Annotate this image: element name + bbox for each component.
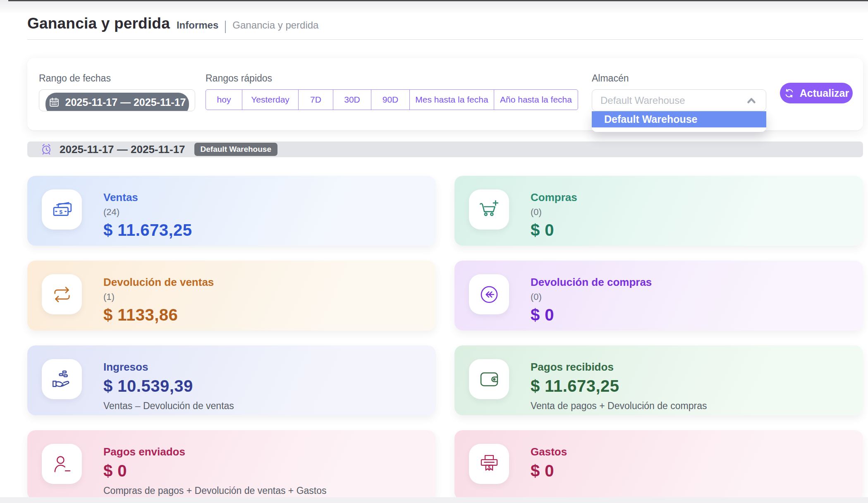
warehouse-label: Almacén [592,73,766,84]
date-range-value: 2025-11-17 — 2025-11-17 [65,96,186,108]
card-body: Pagos recibidos $ 11.673,25 Venta de pag… [531,359,707,415]
warehouse-placeholder: Default Warehouse [600,95,745,106]
card-value: $ 0 [531,221,577,240]
profit-loss-page: Ganancia y perdida Informes Ganancia y p… [0,0,868,503]
card-body: Devolución de compras (0) $ 0 [531,274,652,331]
card-value: $ 0 [531,462,567,480]
card-value: $ 0 [531,306,652,324]
card-subtitle: Compras de pagos + Devolución de ventas … [103,485,327,496]
hand-coins-icon [50,367,74,391]
quick-ranges-group: Rangos rápidos hoy Yesterday 7D 30D 90D … [206,73,578,110]
card-title: Ingresos [103,361,234,374]
breadcrumb: Informes Ganancia y perdida [177,19,319,31]
card-body: Gastos $ 0 [531,444,567,500]
card-compras: Compras (0) $ 0 [454,176,863,246]
date-range-label: Rango de fechas [39,73,195,84]
card-title: Devolución de ventas [103,276,214,289]
refresh-icon [784,88,795,99]
quick-range-30d[interactable]: 30D [333,89,371,110]
svg-text:$: $ [488,465,490,469]
return-circle-icon [477,283,501,307]
card-title: Ventas [103,191,192,204]
warehouse-select[interactable]: Default Warehouse [592,89,766,111]
card-icon-box: $ [469,444,509,484]
refresh-button[interactable]: Actualizar [780,83,853,103]
card-devolucion-ventas: Devolución de ventas (1) $ 1133,86 [27,261,436,331]
card-value: $ 0 [103,462,327,480]
page-title: Ganancia y perdida [27,15,170,32]
user-minus-icon [50,452,74,476]
card-icon-box [469,359,509,399]
card-body: Ventas (24) $ 11.673,25 [103,189,192,246]
card-ingresos: Ingresos $ 10.539,39 Ventas – Devolución… [27,345,436,415]
date-range-group: Rango de fechas 2025-11-17 — 2025-11-17 [39,73,195,111]
quick-range-month-to-date[interactable]: Mes hasta la fecha [409,89,494,110]
svg-text:$: $ [59,208,62,215]
date-range-pill: 2025-11-17 — 2025-11-17 [45,93,189,111]
card-icon-box [42,274,82,314]
card-icon-box [42,359,82,399]
card-value: $ 11.673,25 [103,221,192,240]
wallet-icon [477,367,501,391]
card-count: (24) [103,207,192,218]
quick-range-hoy[interactable]: hoy [206,89,242,110]
alarm-clock-icon [40,143,53,156]
date-range-input[interactable]: 2025-11-17 — 2025-11-17 [39,89,195,111]
warehouse-dropdown: Default Warehouse [592,111,766,132]
card-count: (0) [531,207,577,218]
warehouse-option-default[interactable]: Default Warehouse [592,111,766,127]
card-subtitle: Venta de pagos + Devolución de compras [531,400,707,412]
calendar-icon [49,97,60,108]
card-gastos: $ Gastos $ 0 [454,430,863,500]
quick-range-7d[interactable]: 7D [298,89,333,110]
expense-printer-icon: $ [477,452,501,476]
warehouse-group: Almacén Default Warehouse Default Wareho… [592,73,766,111]
quick-ranges-label: Rangos rápidos [206,73,578,84]
card-icon-box [469,274,509,314]
card-value: $ 1133,86 [103,306,214,324]
card-title: Compras [531,191,577,204]
summary-bar: 2025-11-17 — 2025-11-17 Default Warehous… [27,141,863,157]
card-pagos-enviados: Pagos enviados $ 0 Compras de pagos + De… [27,430,436,500]
card-pagos-recibidos: Pagos recibidos $ 11.673,25 Venta de pag… [454,345,863,415]
page-header: Ganancia y perdida Informes Ganancia y p… [27,0,863,32]
card-icon-box [42,444,82,484]
quick-range-button-group: hoy Yesterday 7D 30D 90D Mes hasta la fe… [206,89,578,110]
banknotes-icon: $ [50,198,74,222]
breadcrumb-current: Ganancia y perdida [232,19,318,31]
filter-panel: Rango de fechas 2025-11-17 — 2025-11-17 … [27,58,863,130]
card-body: Ingresos $ 10.539,39 Ventas – Devolución… [103,359,234,415]
card-ventas: $ Ventas (24) $ 11.673,25 [27,176,436,246]
metric-cards-grid: $ Ventas (24) $ 11.673,25 Co [27,176,863,500]
chevron-up-icon [745,94,758,107]
card-body: Pagos enviados $ 0 Compras de pagos + De… [103,444,327,500]
quick-range-90d[interactable]: 90D [371,89,410,110]
cart-plus-icon [477,198,501,222]
card-count: (1) [103,292,214,302]
card-icon-box [469,189,509,230]
card-icon-box: $ [42,189,82,230]
repeat-arrows-icon [50,283,74,307]
card-subtitle: Ventas – Devolución de ventas [103,400,234,412]
header-divider [27,39,863,40]
card-devolucion-compras: Devolución de compras (0) $ 0 [454,261,863,331]
quick-range-yesterday[interactable]: Yesterday [242,89,299,110]
warehouse-select-wrap: Default Warehouse Default Warehouse [592,89,766,111]
card-title: Pagos enviados [103,446,327,458]
summary-warehouse-badge: Default Warehouse [194,143,277,156]
card-body: Compras (0) $ 0 [531,189,577,246]
breadcrumb-section[interactable]: Informes [177,19,218,31]
card-value: $ 11.673,25 [531,377,707,395]
card-value: $ 10.539,39 [103,377,234,395]
card-count: (0) [531,292,652,302]
card-body: Devolución de ventas (1) $ 1133,86 [103,274,214,331]
summary-date-range: 2025-11-17 — 2025-11-17 [60,143,185,156]
bottom-band [0,497,868,503]
card-title: Gastos [531,446,567,458]
card-title: Pagos recibidos [531,361,707,374]
card-title: Devolución de compras [531,276,652,289]
breadcrumb-separator [225,21,226,33]
quick-range-year-to-date[interactable]: Año hasta la fecha [494,89,578,110]
window-top-edge [8,0,868,1]
refresh-label: Actualizar [800,87,849,99]
